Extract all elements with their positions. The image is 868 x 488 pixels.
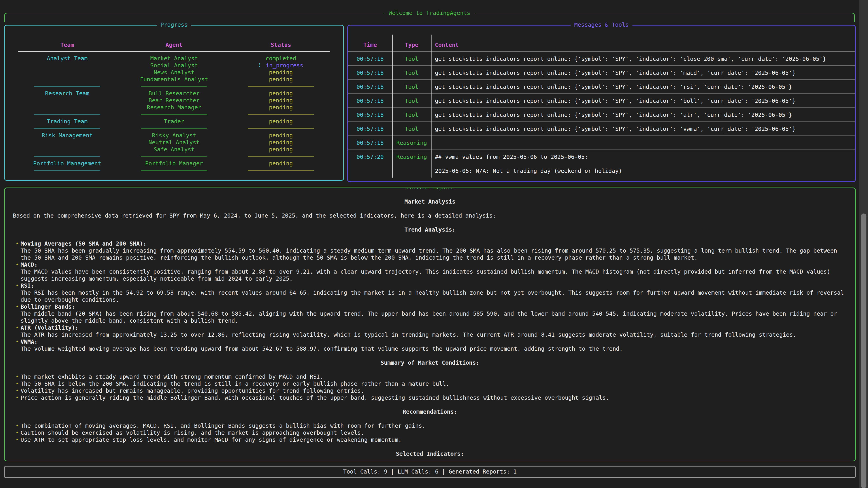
team-cell — [14, 139, 121, 146]
agent-cell: Neutral Analyst — [121, 139, 228, 146]
section-heading: Recommendations: — [13, 408, 847, 415]
bullet-term: VWMA: — [21, 338, 847, 345]
bullet-text: The volume-weighted moving average has b… — [21, 345, 847, 352]
bullet-item: •Bollinger Bands:The middle band (20 SMA… — [13, 303, 847, 324]
progress-header-separator — [18, 51, 330, 52]
agent-cell: News Analyst — [121, 69, 228, 76]
bullet-text: Volatility has increased but remains man… — [21, 387, 847, 394]
spinner-icon: ⠇ — [258, 62, 263, 69]
type-cell: Reasoning — [393, 136, 431, 150]
bullet-item: •The 50 SMA is below the 200 SMA, indica… — [13, 380, 847, 387]
bullet-term: Bollinger Bands: — [21, 303, 847, 310]
time-cell: 00:57:18 — [348, 108, 393, 122]
progress-row: Neutral Analystpending — [14, 139, 334, 146]
bullet-item: •The combination of moving averages, MAC… — [13, 422, 847, 429]
team-cell — [14, 62, 121, 69]
content-cell: get_stockstats_indicators_report_online:… — [431, 122, 855, 135]
progress-row: Research Managerpending — [14, 104, 334, 111]
team-cell — [14, 69, 121, 76]
report-content: Market Analysis Based on the comprehensi… — [5, 188, 855, 457]
column-divider — [431, 35, 432, 177]
bullet-item: •The market exhibits a steady upward tre… — [13, 373, 847, 380]
group-separator — [14, 167, 334, 174]
messages-col-time: Time — [348, 41, 393, 48]
time-cell: 00:57:18 — [348, 80, 393, 94]
message-row: 00:57:18Toolget_stockstats_indicators_re… — [348, 108, 855, 122]
progress-row: Trading TeamTraderpending — [14, 118, 334, 125]
time-cell: 00:57:18 — [348, 136, 393, 150]
bullet-term: RSI: — [21, 282, 847, 289]
status-label: pending — [269, 132, 293, 139]
message-row: 00:57:18Toolget_stockstats_indicators_re… — [348, 94, 855, 108]
bullet-marker: • — [13, 324, 21, 338]
type-cell: Tool — [393, 94, 431, 107]
status-cell: completed — [227, 55, 334, 62]
type-cell: Reasoning — [393, 150, 431, 177]
status-cell: pending — [227, 146, 334, 153]
content-cell: get_stockstats_indicators_report_online:… — [431, 94, 855, 107]
section-heading: Selected Indicators: — [13, 450, 847, 457]
bullet-text: The RSI has been mostly in the 54.92 to … — [21, 289, 847, 303]
team-cell: Trading Team — [14, 118, 121, 125]
bullet-term: ATR (Volatility): — [21, 324, 847, 331]
status-cell: pending — [227, 160, 334, 167]
group-separator — [14, 125, 334, 132]
status-label: pending — [269, 90, 293, 97]
bullet-item: •Price action is generally riding the mi… — [13, 394, 847, 401]
progress-col-agent: Agent — [121, 41, 228, 48]
status-label: completed — [266, 55, 296, 62]
status-label: pending — [269, 76, 293, 83]
progress-row: Social Analyst⠇in_progress — [14, 62, 334, 69]
messages-table: Time Type Content 00:57:18Toolget_stocks… — [348, 26, 855, 177]
team-cell — [14, 76, 121, 83]
status-label: pending — [269, 160, 293, 167]
progress-row: Research TeamBull Researcherpending — [14, 90, 334, 97]
progress-body: Analyst TeamMarket AnalystcompletedSocia… — [14, 55, 334, 174]
status-cell: pending — [227, 97, 334, 104]
bullet-text: The ATR has increased from approximately… — [21, 331, 847, 338]
type-cell: Tool — [393, 80, 431, 94]
welcome-title: Welcome to TradingAgents — [384, 9, 474, 17]
bullet-term: MACD: — [21, 261, 847, 268]
time-cell: 00:57:18 — [348, 66, 393, 79]
bullet-marker: • — [13, 380, 21, 387]
status-cell: ⠇in_progress — [227, 62, 334, 69]
progress-table: Team Agent Status Analyst TeamMarket Ana… — [5, 26, 343, 174]
progress-panel: Progress Team Agent Status Analyst TeamM… — [4, 25, 344, 181]
bullet-text: The MACD values have been consistently p… — [21, 268, 847, 282]
status-cell: pending — [227, 69, 334, 76]
team-cell: Research Team — [14, 90, 121, 97]
team-cell — [14, 104, 121, 111]
welcome-header: Welcome to TradingAgents — [4, 13, 855, 22]
status-cell: pending — [227, 139, 334, 146]
progress-panel-title: Progress — [157, 21, 191, 28]
bullet-item: •Caution should be exercised as volatili… — [13, 429, 847, 436]
scrollbar[interactable] — [860, 0, 868, 488]
scrollbar-thumb[interactable] — [861, 214, 866, 488]
bullet-item: •VWMA:The volume-weighted moving average… — [13, 338, 847, 352]
message-row: 00:57:18Toolget_stockstats_indicators_re… — [348, 80, 855, 94]
progress-row: Bear Researcherpending — [14, 97, 334, 104]
status-cell: pending — [227, 132, 334, 139]
progress-col-status: Status — [227, 41, 334, 48]
status-label: pending — [269, 69, 293, 76]
content-cell: get_stockstats_indicators_report_online:… — [431, 66, 855, 79]
bullet-marker: • — [13, 261, 21, 282]
agent-cell: Trader — [121, 118, 228, 125]
message-row: 00:57:20Reasoning## vwma values from 202… — [348, 150, 855, 177]
bullet-marker: • — [13, 338, 21, 352]
time-cell: 00:57:18 — [348, 94, 393, 107]
messages-header: Time Type Content — [348, 41, 855, 52]
progress-row: News Analystpending — [14, 69, 334, 76]
progress-col-team: Team — [14, 41, 121, 48]
messages-col-content: Content — [431, 41, 855, 48]
content-cell: get_stockstats_indicators_report_online:… — [431, 108, 855, 122]
status-cell: pending — [227, 118, 334, 125]
agent-cell: Bear Researcher — [121, 97, 228, 104]
type-cell: Tool — [393, 108, 431, 122]
type-cell: Tool — [393, 122, 431, 135]
group-separator — [14, 111, 334, 118]
progress-row: Risk ManagementRisky Analystpending — [14, 132, 334, 139]
column-divider — [393, 35, 393, 177]
bullet-text: The 50 SMA is below the 200 SMA, indicat… — [21, 380, 847, 387]
